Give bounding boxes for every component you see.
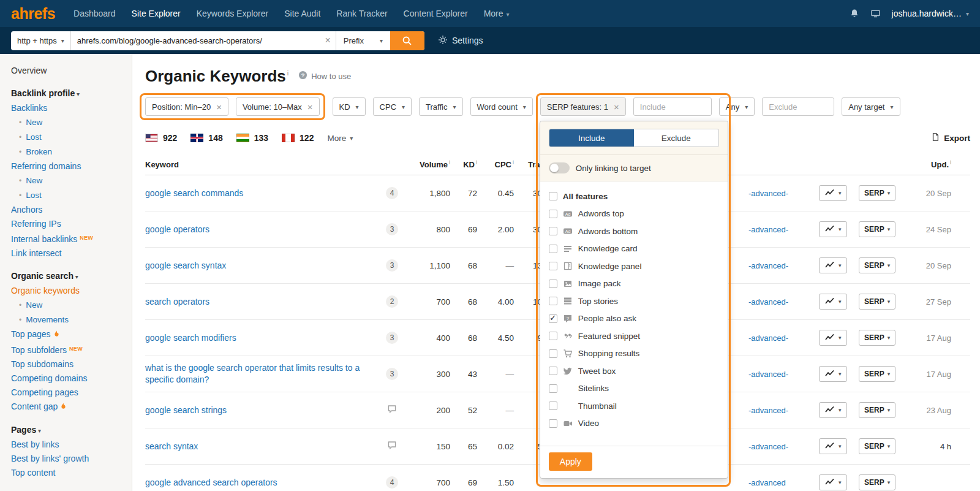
settings-button[interactable]: Settings <box>438 35 483 47</box>
position-history-chart-button[interactable]: ▾ <box>819 221 847 237</box>
more-countries-button[interactable]: More▾ <box>327 134 353 143</box>
kd-filter-dropdown[interactable]: KD▾ <box>333 97 366 116</box>
position-filter-chip[interactable]: Position: Min–20× <box>145 97 228 116</box>
clear-input-icon[interactable]: × <box>325 36 330 45</box>
position-history-chart-button[interactable]: ▾ <box>819 185 847 201</box>
protocol-select[interactable]: http + https▾ <box>11 31 71 50</box>
sidebar-item-best-by-links-growth[interactable]: Best by links' growth <box>11 452 132 466</box>
sidebar-subitem-movements[interactable]: •Movements <box>11 313 132 327</box>
position-history-chart-button[interactable]: ▾ <box>819 402 847 418</box>
feature-row-people-also-ask[interactable]: ?People also ask <box>549 310 719 328</box>
sidebar-subitem-new[interactable]: •New <box>11 298 132 313</box>
sidebar-subitem-new[interactable]: •New <box>11 173 132 188</box>
serp-dropdown-button[interactable]: SERP▾ <box>859 366 895 382</box>
checkbox[interactable] <box>549 245 557 253</box>
serp-dropdown-button[interactable]: SERP▾ <box>859 185 895 201</box>
keyword-link[interactable]: google search commands <box>145 188 385 199</box>
nav-item-more[interactable]: More▾ <box>484 9 510 18</box>
remove-filter-icon[interactable]: × <box>614 102 619 112</box>
sidebar-item-internal-backlinks[interactable]: Internal backlinksNEW <box>11 231 132 246</box>
only-linking-toggle[interactable] <box>549 162 570 173</box>
keyword-link[interactable]: search operators <box>145 296 385 308</box>
feature-row-all-features[interactable]: All features <box>549 188 719 205</box>
country-tab-us[interactable]: 922 <box>145 133 177 143</box>
sidebar-item-competing-domains[interactable]: Competing domains <box>11 371 132 386</box>
sidebar-item-anchors[interactable]: Anchors <box>11 203 132 217</box>
nav-item-rank-tracker[interactable]: Rank Tracker <box>336 9 387 18</box>
position-history-chart-button[interactable]: ▾ <box>819 366 847 382</box>
keyword-link[interactable]: google search strings <box>145 405 385 416</box>
feature-row-knowledge-card[interactable]: Knowledge card <box>549 240 719 258</box>
position-history-chart-button[interactable]: ▾ <box>819 438 847 454</box>
position-history-chart-button[interactable]: ▾ <box>819 294 847 310</box>
sidebar-item-referring-domains[interactable]: Referring domains <box>11 159 132 173</box>
keyword-link[interactable]: google operators <box>145 224 385 235</box>
serp-features-filter-chip[interactable]: SERP features: 1× <box>540 97 626 116</box>
mode-select[interactable]: Prefix▾ <box>336 31 390 50</box>
keyword-link[interactable]: google search syntax <box>145 260 385 272</box>
nav-item-dashboard[interactable]: Dashboard <box>74 9 116 18</box>
feature-row-sitelinks[interactable]: Sitelinks <box>549 380 719 398</box>
include-any-select[interactable]: Any▾ <box>719 97 755 116</box>
how-to-use-link[interactable]: ? How to use <box>298 70 351 82</box>
include-keywords-input[interactable] <box>633 97 712 116</box>
position-history-chart-button[interactable]: ▾ <box>819 474 847 490</box>
serp-dropdown-button[interactable]: SERP▾ <box>859 294 895 310</box>
nav-item-keywords-explorer[interactable]: Keywords Explorer <box>197 9 269 18</box>
target-url-input[interactable] <box>71 31 336 50</box>
position-history-chart-button[interactable]: ▾ <box>819 257 847 273</box>
feature-row-adwords-bottom[interactable]: AdAdwords bottom <box>549 223 719 240</box>
feature-row-shopping-results[interactable]: Shopping results <box>549 345 719 363</box>
feature-row-image-pack[interactable]: Image pack <box>549 275 719 293</box>
search-button[interactable] <box>390 31 424 50</box>
include-tab[interactable]: Include <box>549 129 634 147</box>
notifications-bell-icon[interactable] <box>850 9 859 18</box>
feature-row-featured-snippet[interactable]: Featured snippet <box>549 327 719 345</box>
checkbox[interactable] <box>549 262 557 270</box>
feature-row-video[interactable]: Video <box>549 415 719 433</box>
traffic-filter-dropdown[interactable]: Traffic▾ <box>419 97 462 116</box>
serp-dropdown-button[interactable]: SERP▾ <box>859 330 895 346</box>
volume-filter-chip[interactable]: Volume: 10–Max× <box>236 97 320 116</box>
nav-item-site-explorer[interactable]: Site Explorer <box>132 9 181 18</box>
nav-item-site-audit[interactable]: Site Audit <box>284 9 320 18</box>
sidebar-item-backlinks[interactable]: Backlinks <box>11 101 132 115</box>
checkbox-checked[interactable] <box>549 314 557 323</box>
ahrefs-logo[interactable]: ahrefs <box>11 5 55 23</box>
keyword-link[interactable]: what is the google search operator that … <box>145 362 385 386</box>
sidebar-section-organic-search[interactable]: Organic search ▾ <box>11 269 132 284</box>
ranking-url-link[interactable]: -advanced- <box>748 442 816 451</box>
serp-dropdown-button[interactable]: SERP▾ <box>859 221 895 237</box>
ranking-url-link[interactable]: -advanced- <box>748 333 816 343</box>
sidebar-item-referring-ips[interactable]: Referring IPs <box>11 217 132 231</box>
sidebar-section-backlink-profile[interactable]: Backlink profile ▾ <box>11 86 132 101</box>
user-menu[interactable]: joshua.hardwick…▾ <box>892 9 969 18</box>
checkbox[interactable] <box>549 332 557 340</box>
checkbox[interactable] <box>549 419 557 428</box>
ranking-url-link[interactable]: -advanced- <box>748 261 816 270</box>
sidebar-subitem-new[interactable]: •New <box>11 115 132 130</box>
ranking-url-link[interactable]: -advanced- <box>748 225 816 234</box>
workspace-icon[interactable] <box>870 9 881 18</box>
ranking-url-link[interactable]: -advanced- <box>748 370 816 379</box>
checkbox[interactable] <box>549 192 557 200</box>
sidebar-item-top-subdomains[interactable]: Top subdomains <box>11 357 132 371</box>
country-tab-gb[interactable]: 148 <box>190 133 222 143</box>
sidebar-item-organic-keywords[interactable]: Organic keywords <box>11 284 132 298</box>
checkbox[interactable] <box>549 227 557 235</box>
exclude-tab[interactable]: Exclude <box>634 129 718 147</box>
cpc-filter-dropdown[interactable]: CPC▾ <box>373 97 412 116</box>
feature-row-tweet-box[interactable]: Tweet box <box>549 362 719 380</box>
keyword-link[interactable]: google advanced search operators <box>145 477 385 489</box>
checkbox[interactable] <box>549 402 557 410</box>
ranking-url-link[interactable]: -advanced- <box>748 406 816 415</box>
export-button[interactable]: Export <box>931 132 970 143</box>
sidebar-item-top-subfolders[interactable]: Top subfoldersNEW <box>11 342 132 357</box>
feature-row-thumbnail[interactable]: Thumbnail <box>549 397 719 415</box>
feature-row-knowledge-panel[interactable]: Knowledge panel <box>549 257 719 275</box>
sidebar-item-overview[interactable]: Overview <box>11 64 132 78</box>
sidebar-section-outgoing-links[interactable]: Outgoing links ▾ <box>11 489 132 491</box>
sidebar-item-content-gap[interactable]: Content gap <box>11 400 132 414</box>
serp-dropdown-button[interactable]: SERP▾ <box>859 474 895 490</box>
checkbox[interactable] <box>549 349 557 358</box>
